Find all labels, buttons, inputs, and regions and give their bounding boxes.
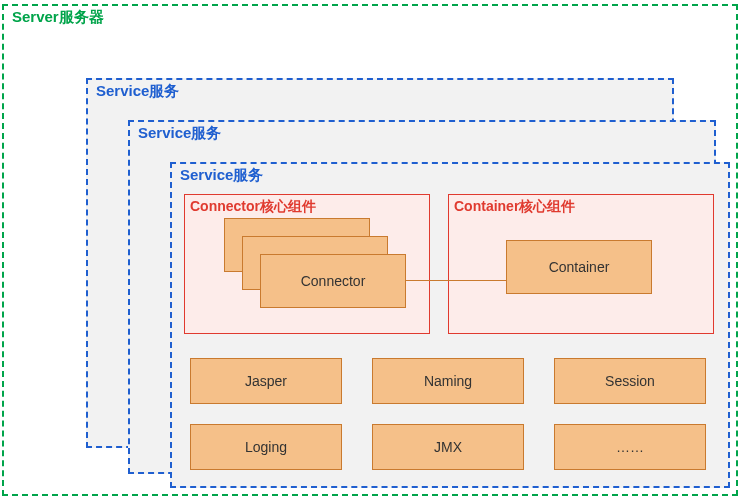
- service-label-0: Service服务: [96, 82, 179, 101]
- module-jmx: JMX: [372, 424, 524, 470]
- module-naming: Naming: [372, 358, 524, 404]
- server-label: Server服务器: [10, 8, 106, 27]
- service-label-1: Service服务: [138, 124, 221, 143]
- module-loging: Loging: [190, 424, 342, 470]
- module-jasper: Jasper: [190, 358, 342, 404]
- module-session: Session: [554, 358, 706, 404]
- module-more: ……: [554, 424, 706, 470]
- connector-box: Connector: [260, 254, 406, 308]
- service-label-2: Service服务: [180, 166, 263, 185]
- connector-container-link: [406, 280, 506, 281]
- container-box: Container: [506, 240, 652, 294]
- container-core-label: Container核心组件: [454, 198, 575, 216]
- connector-core-label: Connector核心组件: [190, 198, 316, 216]
